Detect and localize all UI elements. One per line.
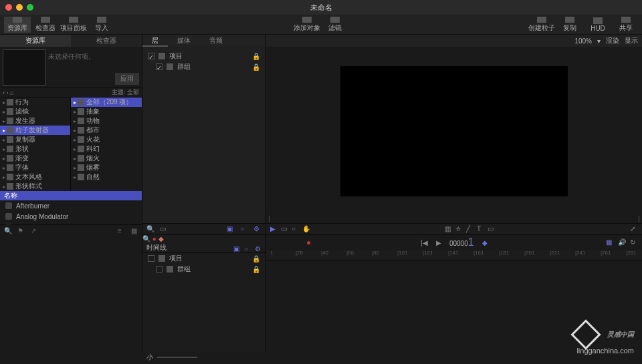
lock-icon[interactable]: 🔒 <box>252 266 260 273</box>
category-发生器[interactable]: ▸发生器 <box>0 116 70 126</box>
category-行为[interactable]: ▸行为 <box>0 98 70 107</box>
zoom-dropdown[interactable]: 100% <box>574 37 592 45</box>
audio-icon[interactable]: ▦ <box>606 238 614 246</box>
toolbar-HUD[interactable]: HUD <box>584 17 611 33</box>
filter-icon[interactable]: ▣ <box>227 225 235 233</box>
name-column-header[interactable]: 名称 <box>0 191 142 200</box>
category-形状[interactable]: ▸形状 <box>0 144 70 154</box>
toolbar-创建粒子[interactable]: 创建粒子 <box>528 17 555 33</box>
lock-icon[interactable]: 🔒 <box>252 53 260 60</box>
select-tool-icon[interactable]: ▶ <box>270 225 278 233</box>
behavior-icon[interactable]: ⚙ <box>253 225 261 233</box>
category-烟火[interactable]: ▸烟火 <box>71 154 142 163</box>
category-文本风格[interactable]: ▸文本风格 <box>0 172 70 182</box>
panel-tab-层[interactable]: 层 <box>142 35 168 47</box>
sidebar-tab-检查器[interactable]: 检查器 <box>71 35 142 47</box>
render-dropdown[interactable]: 渲染 <box>606 36 619 45</box>
category-科幻[interactable]: ▸科幻 <box>71 144 142 154</box>
canvas-viewport[interactable] <box>340 66 568 196</box>
search-icon[interactable]: 🔍 <box>146 225 154 233</box>
nav-back-icon[interactable]: ‹ › ⌂ <box>3 89 13 96</box>
rect-tool-icon[interactable]: ▭ <box>281 225 289 233</box>
mask-tool-icon[interactable]: ▭ <box>488 225 496 233</box>
category-都市[interactable]: ▸都市 <box>71 126 142 135</box>
list-view-icon[interactable]: ≡ <box>118 227 124 234</box>
sidebar-tab-资源库[interactable]: 资源库 <box>0 35 71 47</box>
category-动物[interactable]: ▸动物 <box>71 116 142 126</box>
light-icon[interactable]: ✮ <box>455 225 463 233</box>
mask-icon[interactable]: ○ <box>240 225 248 233</box>
visibility-checkbox[interactable]: ✓ <box>148 53 154 59</box>
visibility-checkbox[interactable] <box>156 266 163 272</box>
hand-tool-icon[interactable]: ✋ <box>302 225 310 233</box>
toolbar-添加对象[interactable]: 添加对象 <box>294 17 320 33</box>
zoom-slider[interactable] <box>157 357 197 358</box>
lock-icon[interactable]: 🔒 <box>252 255 260 262</box>
tag-icon[interactable]: ⚑ <box>17 227 24 234</box>
maximize-window[interactable] <box>27 4 33 11</box>
circle-tool-icon[interactable]: ○ <box>292 225 300 233</box>
toolbar-检查器[interactable]: 检查器 <box>32 17 59 33</box>
apply-button[interactable]: 应用 <box>115 73 139 85</box>
category-全部（209 项）[interactable]: ▸全部（209 项） <box>71 98 142 107</box>
toolbar-共享[interactable]: 共享 <box>613 17 639 33</box>
visibility-checkbox[interactable]: ✓ <box>156 63 163 70</box>
playhead-start-icon[interactable]: ⎸ <box>269 215 275 223</box>
line-icon[interactable]: ╱ <box>466 225 474 233</box>
category-复制器[interactable]: ▸复制器 <box>0 135 70 144</box>
path-icon[interactable]: ↗ <box>31 227 37 234</box>
keyframe-nav-icon[interactable]: ◆ <box>482 239 488 246</box>
expand-icon[interactable]: ⤢ <box>630 225 638 233</box>
text-tool-icon[interactable]: T <box>477 225 485 233</box>
category-字体[interactable]: ▸字体 <box>0 163 70 172</box>
toolbar-资源库[interactable]: 资源库 <box>4 17 31 33</box>
layer-row[interactable]: 群组🔒 <box>142 264 265 275</box>
go-start-icon[interactable]: |◀ <box>421 239 428 246</box>
library-item[interactable]: Afterburner <box>0 200 142 211</box>
search-icon[interactable]: 🔍 <box>142 235 150 242</box>
speaker-icon[interactable]: 🔊 <box>618 238 626 246</box>
category-抽象[interactable]: ▸抽象 <box>71 107 142 116</box>
category-滤镜[interactable]: ▸滤镜 <box>0 107 70 116</box>
record-icon[interactable]: ● <box>306 238 311 247</box>
rec-icon[interactable]: ● <box>152 235 156 242</box>
tl-behavior-icon[interactable]: ⚙ <box>255 244 263 252</box>
category-粒子发射器[interactable]: ▸粒子发射器 <box>0 126 70 135</box>
frame-icon[interactable]: ▭ <box>160 225 168 233</box>
play-icon[interactable]: ▶ <box>436 239 441 246</box>
visibility-checkbox[interactable] <box>148 255 154 262</box>
view-dropdown[interactable]: 显示 <box>625 36 638 45</box>
category-形状样式[interactable]: ▸形状样式 <box>0 182 70 191</box>
tl-mask-icon[interactable]: ○ <box>244 244 252 252</box>
ruler-tick: |181 <box>499 250 509 256</box>
toolbar-复制[interactable]: 复制 <box>556 17 583 33</box>
toolbar-滤镜[interactable]: 滤镜 <box>322 17 348 33</box>
panel-tab-媒体[interactable]: 媒体 <box>168 35 200 47</box>
close-window[interactable] <box>5 4 12 11</box>
theme-dropdown[interactable]: 主题: 全部 <box>112 88 139 97</box>
layer-row[interactable]: 项目🔒 <box>142 253 265 264</box>
loop-icon[interactable]: ↻ <box>630 238 638 246</box>
ruler-tick: |20 <box>296 250 303 256</box>
toolbar-项目面板[interactable]: 项目面板 <box>60 17 87 33</box>
color-channel-icon[interactable]: ▾ <box>597 37 601 45</box>
category-渐变[interactable]: ▸渐变 <box>0 154 70 163</box>
search-icon[interactable]: 🔍 <box>4 227 11 234</box>
playhead-end-icon[interactable]: ⎹ <box>633 215 639 223</box>
category-自然[interactable]: ▸自然 <box>71 172 142 182</box>
panel-tab-音频[interactable]: 音频 <box>200 35 232 47</box>
grid-view-icon[interactable]: ▦ <box>131 227 138 234</box>
minimize-window[interactable] <box>16 4 23 11</box>
toolbar-导入[interactable]: 导入 <box>88 17 115 33</box>
lock-icon[interactable]: 🔒 <box>252 63 260 71</box>
layer-icon <box>158 53 165 59</box>
camera-icon[interactable]: ▥ <box>445 225 453 233</box>
tl-filter-icon[interactable]: ▣ <box>233 244 241 252</box>
library-item[interactable]: Analog Modulator <box>0 211 142 222</box>
layer-row[interactable]: ✓项目🔒 <box>142 51 265 61</box>
timecode[interactable]: 000001 <box>449 236 474 248</box>
category-火花[interactable]: ▸火花 <box>71 135 142 144</box>
keyframe-icon[interactable]: ◆ <box>158 235 164 242</box>
category-烟雾[interactable]: ▸烟雾 <box>71 163 142 172</box>
layer-row[interactable]: ✓群组🔒 <box>142 61 265 72</box>
